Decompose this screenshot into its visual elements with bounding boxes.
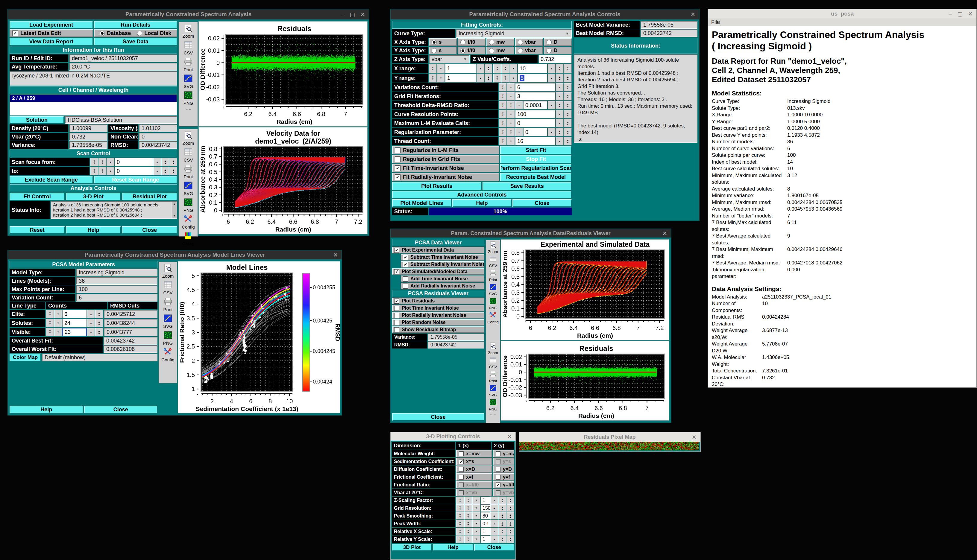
- checkbox-fit-radially-invariant-noise[interactable]: ✓Fit Radially-Invariant Noise: [392, 173, 499, 181]
- ccw-list-item-selected[interactable]: 2 / A / 259: [10, 95, 177, 102]
- spin-down-icon[interactable]: ▼: [509, 64, 517, 73]
- spin-down-icon[interactable]: ▼: [507, 119, 515, 127]
- residual-plot-button[interactable]: Residual Plot: [122, 193, 177, 200]
- y-axis-option-s[interactable]: s: [429, 47, 457, 55]
- view-data-report-button[interactable]: View Data Report: [10, 38, 93, 45]
- spin-up-icon[interactable]: ▲▲: [506, 497, 514, 504]
- spin-value-field[interactable]: 0: [523, 128, 548, 137]
- checkbox-regularize-in-grid-fits[interactable]: Regularize in Grid Fits: [392, 155, 499, 163]
- spin-down-icon[interactable]: ▼▼: [464, 504, 472, 512]
- spin-up-icon[interactable]: ▲▲: [556, 73, 564, 83]
- spin-down-icon[interactable]: ▼: [54, 319, 62, 327]
- spin-value-field[interactable]: 80: [480, 512, 490, 520]
- spin-value-field[interactable]: 0: [115, 158, 153, 166]
- counter-spinner[interactable]: ▼▼▼6▲▲▲: [499, 83, 572, 92]
- maximize-icon[interactable]: ▢: [957, 10, 963, 17]
- spin-down-icon[interactable]: ▼▼: [90, 158, 98, 166]
- 3d-spinner[interactable]: ▼▼▼▼▼1▲▲▲▲▲: [456, 535, 514, 543]
- titlebar-3d-controls[interactable]: 3-D Plotting Controls ✕: [391, 432, 516, 441]
- spin-down-icon[interactable]: ▼▼: [499, 128, 507, 137]
- status-info-text[interactable]: Analysis of 36 Increasing Sigmoid 100-so…: [50, 201, 177, 219]
- spin-up-icon[interactable]: ▲: [87, 310, 95, 318]
- spin-up-icon[interactable]: ▲▲: [506, 520, 514, 527]
- spin-down-icon[interactable]: ▼▼: [429, 64, 437, 73]
- spin-down-icon[interactable]: ▼▼: [456, 520, 464, 527]
- spin-up-icon[interactable]: ▲: [556, 83, 564, 92]
- csv-tool[interactable]: CSV: [489, 357, 497, 369]
- z-axis-dropdown[interactable]: vbar ▼: [429, 55, 469, 63]
- close-icon[interactable]: ✕: [968, 10, 973, 17]
- spin-up-icon[interactable]: ▲▲: [564, 83, 572, 92]
- svg-tool[interactable]: SVG: [489, 385, 497, 397]
- help-button[interactable]: Help: [66, 226, 121, 234]
- counter-spinner[interactable]: ▼▼▼100▲▲▲: [499, 110, 572, 118]
- spin-down-icon[interactable]: ▼: [515, 128, 523, 137]
- spin-value-field[interactable]: 10: [518, 64, 548, 73]
- close-button[interactable]: Close: [474, 544, 514, 551]
- x-axis-option-ff0[interactable]: f/f0: [458, 38, 486, 46]
- spin-up-icon[interactable]: ▲▲: [564, 137, 572, 145]
- spin-up-icon[interactable]: ▲▲: [556, 101, 564, 110]
- 3d-check-yvb[interactable]: y=vb: [493, 489, 514, 496]
- spin-up-icon[interactable]: ▲▲: [161, 167, 169, 175]
- spin-up-icon[interactable]: ▲: [548, 101, 556, 110]
- spin-up-icon[interactable]: ▲: [476, 64, 484, 73]
- spin-up-icon[interactable]: ▲▲: [95, 310, 103, 318]
- cmap-tool[interactable]: CMap: [182, 232, 194, 246]
- spin-up-icon[interactable]: ▲: [87, 328, 95, 336]
- png-tool[interactable]: PNG: [489, 399, 497, 411]
- run-details-button[interactable]: Run Details: [94, 21, 177, 29]
- spin-down-icon[interactable]: ▼▼: [501, 64, 509, 73]
- minimize-icon[interactable]: –: [341, 11, 344, 18]
- spin-up-icon[interactable]: ▲▲: [161, 158, 169, 166]
- 3d-spinner[interactable]: ▼▼▼▼▼0.1▲▲▲▲▲: [456, 520, 514, 527]
- spin-up-icon[interactable]: ▲▲: [556, 128, 564, 137]
- 3d-check-xs[interactable]: ✓x=s: [456, 458, 492, 465]
- spin-down-icon[interactable]: ▼▼: [493, 73, 501, 83]
- spin-up-icon[interactable]: ▲▲: [498, 535, 506, 543]
- csv-tool[interactable]: CSV: [489, 255, 497, 268]
- ccw-list[interactable]: 2 / A / 259: [10, 95, 177, 115]
- svg-tool[interactable]: SVG: [184, 181, 193, 196]
- spin-down-icon[interactable]: ▼▼: [456, 504, 464, 512]
- y-axis-option-mw[interactable]: mw: [486, 47, 514, 55]
- start-fit-button[interactable]: Start Fit: [500, 146, 572, 154]
- 3d-plot-button[interactable]: 3D Plot: [392, 544, 432, 551]
- local-disk-radio[interactable]: Local Disk: [137, 30, 171, 37]
- checkbox-plot-time-invariant-noise[interactable]: Plot Time Invariant Noise: [392, 305, 484, 312]
- spin-down-icon[interactable]: ▼▼: [499, 83, 507, 92]
- x-axis-option-mw[interactable]: mw: [486, 38, 514, 46]
- close-icon[interactable]: ✕: [507, 433, 512, 440]
- close-icon[interactable]: ✕: [662, 230, 667, 237]
- config-tool[interactable]: Config: [182, 215, 195, 230]
- 3d-check-xD[interactable]: x=D: [456, 465, 492, 473]
- spin-down-icon[interactable]: ▼▼: [456, 497, 464, 504]
- print-tool[interactable]: Print: [184, 165, 193, 179]
- svg-tool[interactable]: SVG: [184, 74, 193, 89]
- database-radio[interactable]: Database: [100, 30, 131, 37]
- spin-up-icon[interactable]: ▲: [153, 167, 161, 175]
- counter-spinner[interactable]: ▼▼▼▼▼0▲▲▲▲▲: [499, 128, 572, 137]
- spin-up-icon[interactable]: ▲: [490, 535, 498, 543]
- spin-down-icon[interactable]: ▼: [507, 110, 515, 118]
- titlebar-pcsa-main[interactable]: Parametrically Constrained Spectrum Anal…: [8, 9, 369, 20]
- spin-down-icon[interactable]: ▼: [472, 504, 480, 512]
- maximize-icon[interactable]: ▢: [350, 11, 355, 18]
- spin-down-icon[interactable]: ▼: [107, 158, 114, 166]
- reset-button[interactable]: Reset: [10, 226, 65, 234]
- spin-up-icon[interactable]: ▲: [490, 497, 498, 504]
- zoom-tool[interactable]: Zoom: [183, 24, 194, 38]
- spin-up-icon[interactable]: ▲▲: [484, 73, 493, 83]
- spin-up-icon[interactable]: ▲▲: [498, 520, 506, 527]
- spin-value-field[interactable]: 0.0001: [523, 101, 548, 110]
- csv-tool[interactable]: CSV: [184, 41, 193, 55]
- spin-down-icon[interactable]: ▼: [54, 310, 62, 318]
- spin-up-icon[interactable]: ▲: [548, 64, 556, 73]
- spin-up-icon[interactable]: ▲: [490, 528, 498, 535]
- spin-up-icon[interactable]: ▲▲: [506, 528, 514, 535]
- csv-tool[interactable]: CSV: [163, 281, 173, 295]
- checkbox-fit-time-invariant-noise[interactable]: ✓Fit Time-Invariant Noise: [392, 164, 499, 172]
- spin-value-field[interactable]: 100: [515, 110, 556, 118]
- checkbox-plot-random-noise[interactable]: Plot Random Noise: [392, 319, 484, 326]
- spin-down-icon[interactable]: ▼: [507, 92, 515, 100]
